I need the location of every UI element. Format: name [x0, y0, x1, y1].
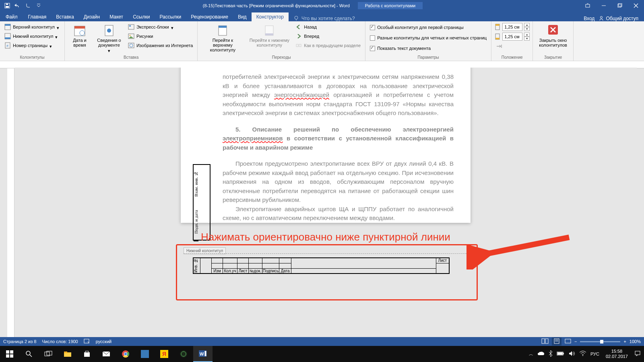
status-words[interactable]: Число слов: 1900 — [42, 339, 78, 344]
footer-from-bottom[interactable]: ▲▼ — [494, 32, 530, 41]
tray-clock[interactable]: 15:5802.07.2017 — [603, 349, 630, 359]
date-time-button[interactable]: Дата и время — [67, 23, 92, 53]
footer-button[interactable]: Нижний колонтитул▾ — [2, 32, 62, 41]
svg-rect-28 — [219, 26, 227, 28]
tab-design[interactable]: Дизайн — [79, 12, 105, 21]
zoom-level[interactable]: 100% — [630, 339, 641, 344]
mail-icon[interactable] — [97, 346, 116, 362]
tray-chevron-icon[interactable]: ︿ — [529, 351, 533, 357]
lightbulb-icon — [293, 16, 299, 21]
page-number-button[interactable]: #Номер страницы▾ — [2, 41, 62, 50]
volume-icon[interactable] — [569, 351, 575, 357]
app-icon-2[interactable] — [174, 346, 193, 362]
zoom-slider[interactable] — [580, 341, 620, 342]
view-print-icon[interactable] — [552, 337, 561, 346]
chrome-icon[interactable] — [116, 346, 135, 362]
quickparts-icon — [128, 24, 134, 30]
tab-review[interactable]: Рецензирование — [186, 12, 233, 21]
zoom-in-icon[interactable]: + — [623, 339, 626, 344]
tab-home[interactable]: Главная — [23, 12, 52, 21]
first-page-checkbox[interactable]: Особый колонтитул для первой страницы — [368, 23, 489, 32]
explorer-icon[interactable] — [58, 346, 77, 362]
svg-rect-5 — [618, 4, 621, 7]
save-icon[interactable] — [2, 1, 12, 10]
doc-info-button[interactable]: Сведения о документе▾ — [94, 23, 124, 53]
goto-header-button[interactable]: Перейти к верхнему колонтитулу — [200, 23, 245, 53]
close-header-footer-button[interactable]: Закрыть окно колонтитулов — [535, 23, 571, 53]
word-icon[interactable]: W — [193, 346, 213, 362]
signin-link[interactable]: Вход — [584, 16, 594, 21]
odd-even-checkbox[interactable]: Разные колонтитулы для четных и нечетных… — [368, 33, 489, 42]
redo-icon[interactable] — [23, 1, 33, 10]
checkbox-on-icon — [370, 46, 375, 51]
wifi-icon[interactable] — [579, 351, 586, 357]
bluetooth-icon[interactable] — [549, 350, 553, 358]
battery-icon[interactable] — [557, 351, 565, 357]
minimize-icon[interactable] — [596, 0, 612, 11]
view-web-icon[interactable] — [565, 338, 571, 345]
page: потребителей электрической энергии к эле… — [181, 68, 471, 223]
previous-button[interactable]: Назад — [293, 23, 363, 31]
svg-rect-70 — [204, 351, 206, 356]
svg-point-7 — [295, 16, 298, 19]
status-bar: Страница 2 из 8 Число слов: 1900 русский… — [0, 337, 644, 346]
document-area[interactable]: потребителей электрической энергии к эле… — [14, 68, 637, 348]
status-page[interactable]: Страница 2 из 8 — [3, 339, 36, 344]
next-button[interactable]: Вперед — [293, 32, 363, 41]
search-icon[interactable] — [19, 346, 39, 362]
picture-icon — [128, 33, 134, 39]
header-from-top[interactable]: ▲▼ — [494, 23, 530, 31]
ribbon-options-icon[interactable] — [580, 0, 596, 11]
store-icon[interactable] — [77, 346, 97, 362]
svg-rect-45 — [565, 339, 571, 343]
zoom-out-icon[interactable]: − — [574, 339, 577, 344]
tab-insert[interactable]: Вставка — [51, 12, 79, 21]
quick-access-toolbar — [0, 1, 46, 10]
svg-rect-56 — [84, 352, 90, 357]
close-icon[interactable] — [628, 0, 644, 11]
tab-mailings[interactable]: Рассылки — [155, 12, 186, 21]
status-language[interactable]: русский — [96, 339, 111, 344]
header-button[interactable]: Верхний колонтитул▾ — [2, 23, 62, 31]
share-button[interactable]: Общий доступ — [599, 16, 638, 21]
footer-bottom-input[interactable] — [502, 33, 522, 41]
show-doc-checkbox[interactable]: Показать текст документа — [368, 44, 489, 53]
tab-links[interactable]: Ссылки — [128, 12, 155, 21]
quick-parts-button[interactable]: Экспресс-блоки▾ — [126, 23, 195, 31]
insert-alignment-tab[interactable] — [494, 42, 530, 51]
yandex-icon[interactable]: Я — [155, 346, 174, 362]
tab-designer[interactable]: Конструктор — [252, 12, 289, 21]
tab-layout[interactable]: Макет — [105, 12, 128, 21]
hfromtop-icon — [494, 24, 501, 30]
start-button[interactable] — [0, 346, 19, 362]
tray-lang[interactable]: РУС — [590, 352, 599, 356]
svg-rect-49 — [10, 354, 13, 358]
maximize-icon[interactable] — [612, 0, 628, 11]
ffrombottom-icon — [494, 33, 501, 40]
undo-icon[interactable] — [13, 1, 23, 10]
svg-rect-30 — [265, 33, 273, 35]
pictures-button[interactable]: Рисунки — [126, 32, 195, 41]
app-icon-1[interactable] — [135, 346, 155, 362]
header-top-input[interactable] — [502, 23, 522, 31]
view-read-icon[interactable] — [541, 338, 549, 345]
svg-rect-2 — [6, 4, 8, 5]
online-pictures-button[interactable]: Изображения из Интернета — [126, 41, 195, 50]
vertical-ruler[interactable] — [7, 68, 14, 348]
tab-file[interactable]: Файл — [0, 12, 23, 21]
tab-view[interactable]: Вид — [233, 12, 252, 21]
taskview-icon[interactable] — [39, 346, 58, 362]
spellcheck-icon[interactable] — [84, 338, 90, 345]
svg-point-20 — [107, 29, 111, 33]
svg-line-38 — [479, 237, 569, 255]
onedrive-icon[interactable] — [537, 351, 545, 357]
svg-point-24 — [129, 35, 130, 36]
docinfo-icon — [103, 24, 116, 37]
svg-rect-75 — [635, 351, 640, 355]
svg-text:Я: Я — [162, 351, 166, 357]
group-close: Закрыть окно колонтитулов Закрытие — [533, 21, 574, 61]
action-center-icon[interactable] — [634, 350, 641, 358]
tell-me-search[interactable]: Что вы хотите сделать? — [289, 16, 578, 21]
qat-customize-icon[interactable] — [34, 1, 43, 10]
svg-rect-36 — [495, 38, 500, 39]
